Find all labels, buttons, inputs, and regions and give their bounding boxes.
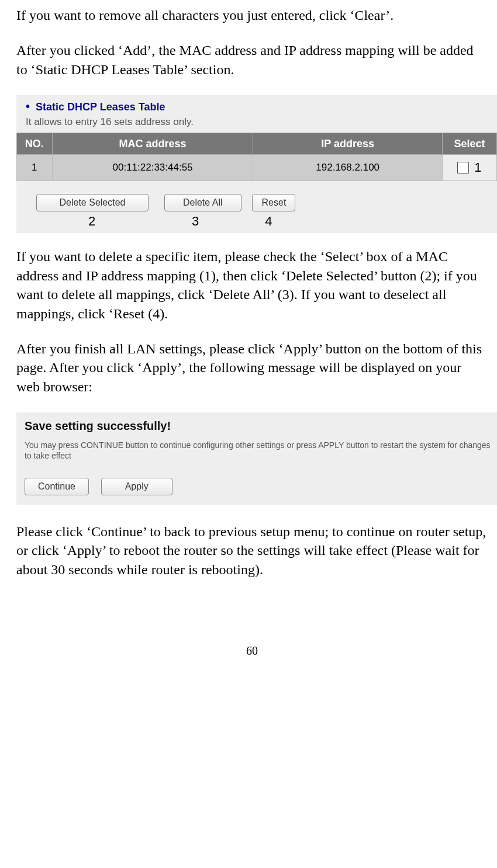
body-paragraph-5: Please click ‘Continue’ to back to previ…	[16, 522, 488, 579]
callout-1: 1	[474, 160, 481, 175]
page-number: 60	[16, 643, 488, 659]
cell-mac: 00:11:22:33:44:55	[52, 155, 253, 181]
figure-save-setting: Save setting successfully! You may press…	[16, 412, 497, 505]
figure-subtitle: It allows to entry 16 sets address only.	[16, 116, 497, 133]
cell-ip: 192.168.2.100	[253, 155, 443, 181]
cell-no: 1	[17, 155, 53, 181]
table-header-select: Select	[442, 133, 496, 155]
delete-all-button[interactable]: Delete All	[164, 194, 241, 211]
reset-button[interactable]: Reset	[252, 194, 295, 211]
figure-title: Static DHCP Leases Table	[16, 95, 497, 116]
callout-2: 2	[36, 213, 147, 230]
button-row: Delete Selected Delete All Reset	[36, 194, 497, 211]
apply-button[interactable]: Apply	[101, 478, 172, 495]
continue-button[interactable]: Continue	[25, 478, 89, 495]
cell-select: 1	[442, 155, 496, 181]
table-header-mac: MAC address	[52, 133, 253, 155]
callout-3: 3	[151, 213, 240, 230]
delete-selected-button[interactable]: Delete Selected	[36, 194, 149, 211]
table-header-ip: IP address	[253, 133, 443, 155]
table-header-row: NO. MAC address IP address Select	[17, 133, 497, 155]
figure-dhcp-leases-table: Static DHCP Leases Table It allows to en…	[16, 95, 497, 233]
body-paragraph-4: After you finish all LAN settings, pleas…	[16, 339, 488, 396]
save-title: Save setting successfully!	[25, 418, 491, 434]
table-row: 1 00:11:22:33:44:55 192.168.2.100 1	[17, 155, 497, 181]
table-header-no: NO.	[17, 133, 53, 155]
select-checkbox[interactable]	[457, 162, 469, 173]
body-paragraph-1: If you want to remove all characters you…	[16, 6, 488, 25]
save-message: You may press CONTINUE button to continu…	[25, 440, 491, 461]
callout-row: 2 3 4	[36, 213, 497, 230]
body-paragraph-3: If you want to delete a specific item, p…	[16, 247, 488, 323]
body-paragraph-2: After you clicked ‘Add’, the MAC address…	[16, 41, 488, 79]
dhcp-table: NO. MAC address IP address Select 1 00:1…	[16, 133, 497, 181]
callout-4: 4	[243, 213, 294, 230]
